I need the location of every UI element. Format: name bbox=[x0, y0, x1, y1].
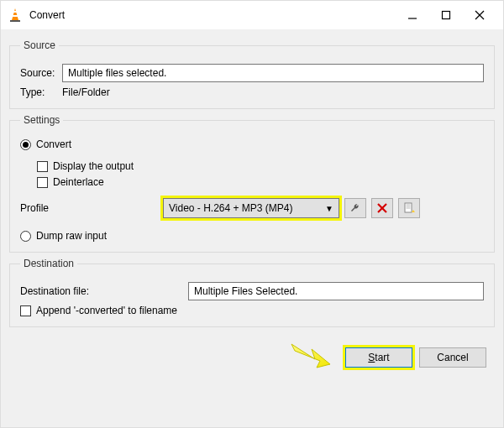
radio-dot-icon bbox=[20, 139, 31, 150]
profile-dropdown[interactable]: Video - H.264 + MP3 (MP4) ▼ bbox=[163, 198, 339, 218]
checkbox-box-icon bbox=[37, 177, 48, 188]
edit-profile-button[interactable] bbox=[344, 198, 366, 218]
destination-file-label: Destination file: bbox=[20, 285, 188, 297]
new-profile-icon bbox=[403, 202, 415, 214]
source-legend: Source bbox=[20, 39, 59, 51]
destination-legend: Destination bbox=[20, 258, 77, 269]
destination-file-input[interactable] bbox=[188, 282, 484, 300]
deinterlace-checkbox[interactable]: Deinterlace bbox=[37, 176, 484, 188]
annotation-arrow-icon bbox=[288, 341, 339, 374]
svg-marker-14 bbox=[412, 210, 415, 212]
cancel-button-label: Cancel bbox=[437, 352, 468, 363]
client-area: Source Source: Type: File/Folder Setting… bbox=[1, 29, 503, 383]
display-output-label: Display the output bbox=[53, 160, 134, 172]
svg-rect-5 bbox=[443, 12, 450, 19]
svg-marker-15 bbox=[291, 344, 330, 368]
destination-group: Destination Destination file: Append '-c… bbox=[9, 258, 495, 327]
action-bar: Start Cancel bbox=[9, 332, 495, 374]
deinterlace-label: Deinterlace bbox=[53, 176, 104, 188]
append-converted-checkbox[interactable]: Append '-converted' to filename bbox=[20, 305, 484, 316]
settings-group: Settings Convert Display the output Dein… bbox=[9, 114, 495, 253]
source-input[interactable] bbox=[62, 64, 484, 82]
titlebar: Convert bbox=[1, 1, 503, 29]
type-label: Type: bbox=[20, 86, 62, 98]
delete-icon bbox=[377, 203, 387, 213]
profile-dropdown-value: Video - H.264 + MP3 (MP4) bbox=[169, 202, 293, 214]
window-title: Convert bbox=[29, 9, 396, 21]
start-button[interactable]: Start bbox=[345, 347, 412, 368]
svg-rect-1 bbox=[13, 11, 17, 13]
delete-profile-button[interactable] bbox=[371, 198, 393, 218]
svg-marker-0 bbox=[12, 8, 18, 20]
convert-radio-label: Convert bbox=[36, 138, 71, 150]
source-label: Source: bbox=[20, 67, 62, 79]
svg-rect-3 bbox=[10, 20, 20, 22]
source-group: Source Source: Type: File/Folder bbox=[9, 39, 495, 109]
convert-radio[interactable]: Convert bbox=[20, 138, 484, 150]
minimize-button[interactable] bbox=[396, 3, 429, 27]
svg-rect-2 bbox=[13, 15, 18, 17]
new-profile-button[interactable] bbox=[398, 198, 420, 218]
profile-label: Profile bbox=[20, 202, 163, 214]
checkbox-box-icon bbox=[20, 305, 31, 316]
display-output-checkbox[interactable]: Display the output bbox=[37, 160, 484, 172]
cancel-button[interactable]: Cancel bbox=[419, 347, 486, 368]
settings-legend: Settings bbox=[20, 114, 63, 126]
checkbox-box-icon bbox=[37, 161, 48, 172]
close-button[interactable] bbox=[463, 3, 496, 27]
window-buttons bbox=[396, 3, 496, 27]
append-converted-label: Append '-converted' to filename bbox=[36, 305, 177, 316]
type-value: File/Folder bbox=[62, 86, 110, 98]
dump-raw-label: Dump raw input bbox=[36, 230, 107, 242]
wrench-icon bbox=[349, 202, 361, 214]
radio-dot-icon bbox=[20, 231, 31, 242]
maximize-button[interactable] bbox=[429, 3, 463, 27]
dump-raw-radio[interactable]: Dump raw input bbox=[20, 230, 484, 242]
convert-dialog: Convert Source Source: Type: File/Folder bbox=[0, 0, 504, 428]
vlc-icon bbox=[8, 8, 23, 23]
chevron-down-icon: ▼ bbox=[325, 204, 333, 213]
start-button-label-rest: tart bbox=[375, 352, 389, 363]
